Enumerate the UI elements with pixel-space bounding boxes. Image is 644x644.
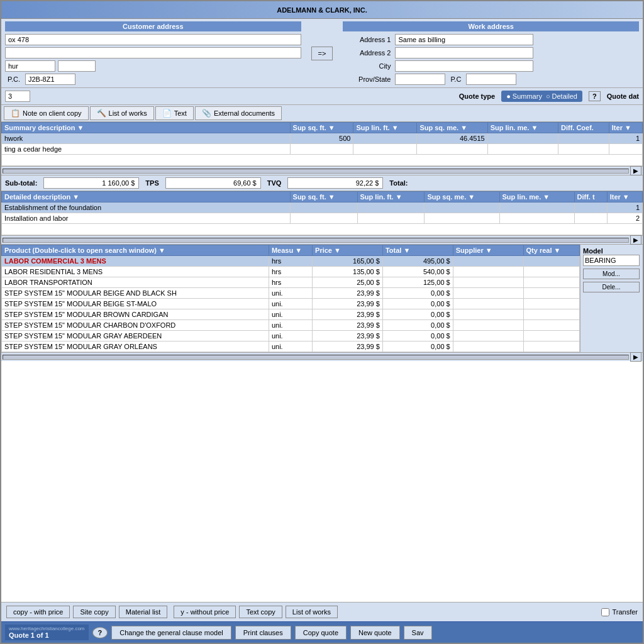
text-copy-button[interactable]: Text copy xyxy=(239,606,282,618)
detailed-col-linme[interactable]: Sup lin. me. ▼ xyxy=(499,192,574,203)
print-clauses-button[interactable]: Print clauses xyxy=(235,626,291,640)
summary-radio[interactable]: ● Summary xyxy=(506,92,542,100)
transfer-checkbox[interactable] xyxy=(601,608,609,616)
status-help-button[interactable]: ? xyxy=(92,627,108,638)
detailed-col-iter[interactable]: Iter ▼ xyxy=(607,192,642,203)
detailed-col-sqme[interactable]: Sup sq. me. ▼ xyxy=(425,192,499,203)
tab-external-docs[interactable]: 📎 External documents xyxy=(195,106,282,120)
table-row[interactable]: Establishment of the foundation 1 xyxy=(2,203,643,213)
side-panel: Model Mod... Dele... xyxy=(580,245,643,352)
list-of-works-button[interactable]: List of works xyxy=(286,606,338,618)
customer-address-line2[interactable] xyxy=(5,47,301,58)
prov-pc-row: P.C xyxy=(395,74,639,85)
products-scroll-track[interactable] xyxy=(3,355,629,360)
prod-col-supplier[interactable]: Supplier ▼ xyxy=(453,245,523,256)
table-row[interactable]: Installation and labor 2 xyxy=(2,213,643,224)
summary-row2-linme xyxy=(487,144,558,155)
products-hscroll[interactable]: ▶ xyxy=(1,352,643,361)
prod-col-price[interactable]: Price ▼ xyxy=(313,245,383,256)
quote-number-input[interactable] xyxy=(5,91,30,102)
work-prov-input[interactable] xyxy=(395,74,445,85)
table-row[interactable]: STEP SYSTEM 15" MODULAR CHARBON D'OXFORD… xyxy=(2,320,580,331)
tps-value[interactable] xyxy=(165,177,261,189)
quote-date-label: Quote dat xyxy=(607,92,639,100)
summary-col-sqme[interactable]: Sup sq. me. ▼ xyxy=(417,123,487,133)
customer-address-line1[interactable] xyxy=(5,34,301,45)
customer-pc-input[interactable] xyxy=(25,74,75,85)
detailed-col-diff[interactable]: Diff. t xyxy=(574,192,607,203)
products-scroll-right[interactable]: ▶ xyxy=(630,352,641,362)
table-row[interactable]: STEP SYSTEM 15" MODULAR BEIGE AND BLACK … xyxy=(2,288,580,299)
table-row[interactable]: STEP SYSTEM 15" MODULAR GRAY ORLÉANS uni… xyxy=(2,341,580,352)
logo-url-text: www.heritagechristiancollege.com xyxy=(9,626,85,631)
work-pc-input[interactable] xyxy=(466,74,516,85)
tab-text[interactable]: 📄 Text xyxy=(155,106,194,120)
table-row[interactable]: LABOR RESIDENTIAL 3 MENS hrs 135,00 $ 54… xyxy=(2,267,580,277)
table-row[interactable]: STEP SYSTEM 15" MODULAR GRAY ABERDEEN un… xyxy=(2,331,580,341)
work-pc-label: P.C xyxy=(448,75,464,83)
material-list-button[interactable]: Material list xyxy=(119,606,168,618)
modify-model-button[interactable]: Mod... xyxy=(583,269,640,279)
table-row[interactable] xyxy=(2,224,643,235)
work-address2-input[interactable] xyxy=(395,47,533,58)
tab-note-client[interactable]: 📋 Note on client copy xyxy=(4,106,89,120)
prod-row4-supplier xyxy=(453,288,523,299)
table-row[interactable]: STEP SYSTEM 15" MODULAR BEIGE ST-MALO un… xyxy=(2,299,580,309)
delete-model-button[interactable]: Dele... xyxy=(583,282,640,292)
summary-col-diff[interactable]: Diff. Coef. xyxy=(558,123,609,133)
quote-type-help-button[interactable]: ? xyxy=(589,91,601,101)
customer-name-field[interactable] xyxy=(5,60,55,72)
work-address1-input[interactable] xyxy=(395,34,533,45)
tab-text-label: Text xyxy=(174,109,187,117)
site-copy-button[interactable]: Site copy xyxy=(73,606,115,618)
table-row[interactable] xyxy=(2,155,643,166)
prod-row3-qty xyxy=(523,277,579,288)
new-quote-button[interactable]: New quote xyxy=(350,626,400,640)
summary-hscroll[interactable]: ▶ xyxy=(1,166,643,175)
tab-list-works[interactable]: 🔨 List of works xyxy=(90,106,154,120)
change-clause-button[interactable]: Change the general clause model xyxy=(111,626,231,640)
table-row[interactable]: hwork 500 46.4515 1 xyxy=(2,133,643,144)
work-city-input[interactable] xyxy=(395,60,533,72)
prod-row2-measure: hrs xyxy=(269,267,312,277)
detailed-radio[interactable]: ○ Detailed xyxy=(546,92,577,100)
copy-quote-button[interactable]: Copy quote xyxy=(295,626,347,640)
detailed-hscroll[interactable]: ▶ xyxy=(1,235,643,244)
summary-col-iter[interactable]: Iter ▼ xyxy=(609,123,642,133)
subtotal-value[interactable] xyxy=(43,177,139,189)
quote-bar: Quote type ● Summary ○ Detailed ? Quote … xyxy=(1,88,643,105)
tvq-value[interactable] xyxy=(287,177,383,189)
summary-col-linme[interactable]: Sup lin. me. ▼ xyxy=(487,123,558,133)
prod-col-product[interactable]: Product (Double-click to open search win… xyxy=(2,245,269,256)
copy-without-price-button[interactable]: y - without price xyxy=(174,606,236,618)
detailed-scroll-track[interactable] xyxy=(3,238,629,243)
model-value-input[interactable] xyxy=(583,255,640,266)
detailed-col-linft[interactable]: Sup lin. ft. ▼ xyxy=(357,192,425,203)
summary-row2-linft xyxy=(353,144,417,155)
prod-col-total[interactable]: Total ▼ xyxy=(382,245,453,256)
summary-col-sqft[interactable]: Sup sq. ft. ▼ xyxy=(290,123,353,133)
detailed-scroll-right[interactable]: ▶ xyxy=(630,235,641,245)
detailed-col-desc[interactable]: Detailed description ▼ xyxy=(2,192,291,203)
summary-col-desc[interactable]: Summary description ▼ xyxy=(2,123,291,133)
prod-col-measure[interactable]: Measu ▼ xyxy=(269,245,312,256)
table-row[interactable]: STEP SYSTEM 15" MODULAR BROWN CARDIGAN u… xyxy=(2,309,580,320)
customer-extra-field[interactable] xyxy=(58,60,96,72)
table-row[interactable]: LABOR TRANSPORTATION hrs 25,00 $ 125,00 … xyxy=(2,277,580,288)
copy-address-button[interactable]: => xyxy=(311,47,333,60)
prod-row2-product: LABOR RESIDENTIAL 3 MENS xyxy=(2,267,269,277)
table-row[interactable]: LABOR COMMERCIAL 3 MENS hrs 165,00 $ 495… xyxy=(2,256,580,267)
detailed-col-sqft[interactable]: Sup sq. ft. ▼ xyxy=(290,192,357,203)
prod-col-qty[interactable]: Qty real ▼ xyxy=(523,245,579,256)
summary-scroll-track[interactable] xyxy=(3,169,629,174)
prod-row9-total: 0,00 $ xyxy=(382,341,453,352)
detailed-radio-indicator: ○ xyxy=(546,92,550,100)
summary-scroll-right[interactable]: ▶ xyxy=(630,166,641,175)
summary-row2-sqft xyxy=(290,144,353,155)
save-button[interactable]: Sav xyxy=(404,626,432,640)
summary-col-linft[interactable]: Sup lin. ft. ▼ xyxy=(353,123,417,133)
summary-row1-iter: 1 xyxy=(609,133,642,144)
copy-with-price-button[interactable]: copy - with price xyxy=(6,606,70,618)
prod-row5-measure: uni. xyxy=(269,299,312,309)
table-row[interactable]: ting a cedar hedge xyxy=(2,144,643,155)
